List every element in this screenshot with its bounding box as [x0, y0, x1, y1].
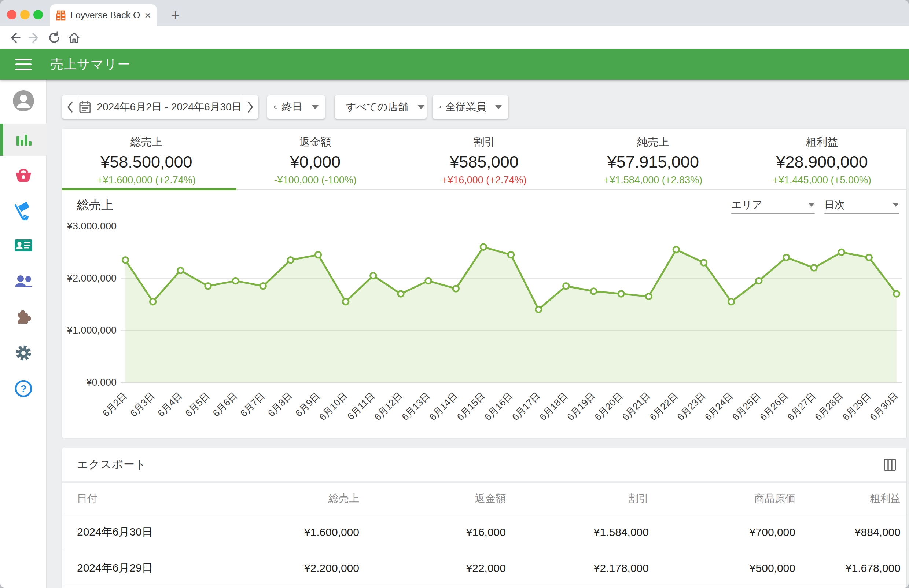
- stat-tab-discounts[interactable]: 割引 ¥585,000 +¥16,000 (+2.74%): [400, 129, 569, 189]
- sidebar-item-help[interactable]: ?: [0, 372, 47, 405]
- reload-icon[interactable]: [47, 31, 61, 45]
- svg-text:6月18日: 6月18日: [537, 390, 570, 423]
- table-row[interactable]: 2024年6月30日 ¥1.600,000 ¥16,000 ¥1.584,000…: [62, 514, 906, 550]
- sidebar-item-items[interactable]: [0, 159, 47, 191]
- svg-text:6月8日: 6月8日: [266, 390, 294, 418]
- sidebar: ?: [0, 79, 47, 588]
- cell-cost: ¥700,000: [649, 526, 795, 538]
- page-title: 売上サマリー: [50, 56, 131, 73]
- svg-text:6月3日: 6月3日: [128, 390, 157, 418]
- svg-text:6月15日: 6月15日: [454, 390, 487, 423]
- column-header-refunds[interactable]: 返金額: [359, 491, 506, 506]
- svg-text:6月23日: 6月23日: [675, 390, 708, 423]
- previous-period-button[interactable]: [62, 95, 78, 119]
- stat-label: 総売上: [131, 135, 162, 150]
- svg-text:6月29日: 6月29日: [840, 390, 873, 423]
- chevron-down-icon: [312, 105, 318, 109]
- column-header-gross-sales[interactable]: 総売上: [231, 491, 359, 506]
- svg-text:6月26日: 6月26日: [757, 390, 790, 423]
- stat-value: ¥0,000: [290, 152, 341, 171]
- store-filter-dropdown[interactable]: すべての店舗: [335, 95, 427, 119]
- settings-gear-icon: [13, 343, 34, 363]
- chevron-down-icon: [418, 105, 425, 109]
- sales-line-chart[interactable]: ¥3.000.000¥2.000,000¥1.000,000¥0.0006月2日…: [62, 190, 906, 436]
- loyverse-favicon: [56, 10, 66, 21]
- cell-date: 2024年6月29日: [77, 561, 231, 575]
- account-avatar[interactable]: [0, 85, 47, 117]
- svg-text:6月21日: 6月21日: [620, 390, 652, 423]
- sidebar-item-settings[interactable]: [0, 337, 47, 369]
- table-row[interactable]: 2024年6月29日 ¥2.200,000 ¥22,000 ¥2.178,000…: [62, 550, 906, 586]
- svg-text:6月11日: 6月11日: [345, 390, 377, 422]
- browser-tab[interactable]: Loyverse Back Office ×: [50, 5, 157, 26]
- close-tab-icon[interactable]: ×: [144, 10, 151, 21]
- svg-text:6月12日: 6月12日: [372, 390, 405, 423]
- stat-delta: +¥1.584,000 (+2.83%): [604, 174, 702, 186]
- items-basket-icon: [14, 165, 33, 185]
- svg-text:¥2.000,000: ¥2.000,000: [67, 273, 116, 284]
- chart-area: 総売上 エリア 日次 ¥3.000.000¥2.000,000¥1.000,00…: [62, 190, 906, 436]
- person-icon: [439, 101, 442, 113]
- sidebar-item-inventory[interactable]: [0, 194, 47, 226]
- stat-value: ¥58.500,000: [100, 152, 192, 171]
- stat-delta: +¥1.445,000 (+5.00%): [773, 174, 871, 186]
- svg-text:¥1.000,000: ¥1.000,000: [67, 325, 116, 336]
- menu-hamburger-icon[interactable]: [15, 59, 32, 70]
- svg-text:6月28日: 6月28日: [812, 390, 845, 423]
- calendar-icon: [78, 100, 92, 114]
- svg-text:6月10日: 6月10日: [317, 390, 350, 423]
- svg-text:6月13日: 6月13日: [399, 390, 432, 423]
- time-filter-dropdown[interactable]: 終日: [267, 95, 325, 119]
- stat-value: ¥28.900,000: [776, 152, 868, 171]
- export-button[interactable]: エクスポート: [77, 457, 147, 472]
- svg-text:6月30日: 6月30日: [868, 390, 901, 423]
- svg-text:6月25日: 6月25日: [730, 390, 763, 423]
- stat-tab-net-sales[interactable]: 純売上 ¥57.915,000 +¥1.584,000 (+2.83%): [568, 129, 738, 189]
- stat-label: 純売上: [637, 135, 669, 150]
- forward-icon[interactable]: [27, 31, 42, 45]
- table-header-row: 日付 総売上 返金額 割引 商品原価 粗利益: [62, 483, 906, 514]
- column-header-cost[interactable]: 商品原価: [649, 491, 795, 506]
- svg-text:6月14日: 6月14日: [427, 390, 460, 423]
- column-header-gross-profit[interactable]: 粗利益: [795, 491, 901, 506]
- minimize-window-button[interactable]: [20, 10, 30, 19]
- column-header-date[interactable]: 日付: [77, 491, 231, 506]
- svg-text:6月6日: 6月6日: [210, 390, 239, 418]
- back-icon[interactable]: [7, 31, 22, 45]
- stat-delta: +¥1.600,000 (+2.74%): [97, 174, 196, 186]
- cell-date: 2024年6月30日: [77, 525, 231, 540]
- svg-text:6月20日: 6月20日: [592, 390, 625, 423]
- stat-tab-gross-profit[interactable]: 粗利益 ¥28.900,000 +¥1.445,000 (+5.00%): [738, 129, 906, 189]
- svg-text:6月24日: 6月24日: [702, 390, 735, 423]
- svg-text:6月22日: 6月22日: [647, 390, 680, 423]
- export-bar: エクスポート: [62, 448, 906, 483]
- columns-icon[interactable]: [882, 457, 898, 473]
- sidebar-item-reports[interactable]: [0, 124, 47, 156]
- sidebar-item-customers[interactable]: [0, 229, 47, 262]
- home-icon[interactable]: [67, 31, 81, 45]
- date-range-button[interactable]: 2024年6月2日 - 2024年6月30日: [78, 100, 242, 114]
- sidebar-item-apps[interactable]: [0, 301, 47, 333]
- tab-strip: Loyverse Back Office × +: [0, 0, 909, 26]
- sidebar-item-employees[interactable]: [0, 265, 47, 297]
- stat-tab-refunds[interactable]: 返金額 ¥0,000 -¥100,000 (-100%): [231, 129, 400, 189]
- fullscreen-window-button[interactable]: [33, 10, 43, 19]
- stat-tab-gross-sales[interactable]: 総売上 ¥58.500,000 +¥1.600,000 (+2.74%): [62, 129, 231, 189]
- cell-gross-sales: ¥2.200,000: [231, 562, 359, 574]
- svg-text:¥3.000.000: ¥3.000.000: [67, 221, 116, 232]
- employees-people-icon: [13, 271, 34, 292]
- next-period-button[interactable]: [242, 95, 258, 119]
- sales-summary-card: 総売上 ¥58.500,000 +¥1.600,000 (+2.74%) 返金額…: [62, 129, 906, 438]
- app-header: 売上サマリー: [0, 49, 909, 79]
- svg-text:6月7日: 6月7日: [238, 390, 267, 418]
- column-header-discounts[interactable]: 割引: [506, 491, 649, 506]
- cell-refunds: ¥16,000: [359, 526, 506, 538]
- new-tab-button[interactable]: +: [166, 5, 186, 25]
- svg-text:6月5日: 6月5日: [183, 390, 212, 418]
- help-question-icon: ?: [14, 379, 33, 398]
- cell-gross-sales: ¥1.600,000: [231, 526, 359, 538]
- close-window-button[interactable]: [7, 10, 16, 19]
- browser-toolbar: r.loyverse.com/dashboard/#/report/sales …: [0, 26, 909, 49]
- employee-filter-dropdown[interactable]: 全従業員: [433, 95, 509, 119]
- stat-label: 割引: [473, 135, 495, 150]
